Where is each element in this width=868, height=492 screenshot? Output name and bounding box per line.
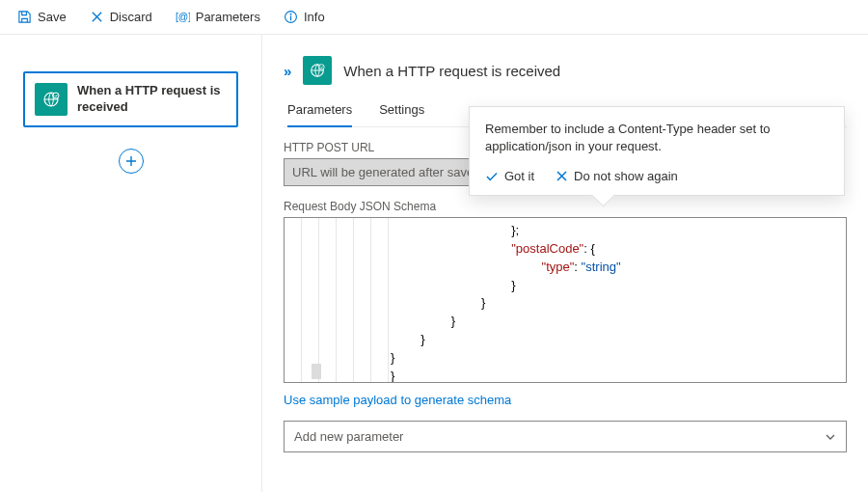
- parameters-icon: [@]: [176, 10, 190, 24]
- got-it-button[interactable]: Got it: [485, 169, 534, 183]
- trigger-card[interactable]: When a HTTP request is received: [23, 71, 238, 127]
- svg-point-7: [319, 65, 324, 69]
- tab-parameters[interactable]: Parameters: [287, 95, 352, 126]
- do-not-show-button[interactable]: Do not show again: [556, 169, 678, 183]
- trigger-card-title: When a HTTP request is received: [77, 83, 227, 116]
- svg-point-5: [53, 93, 59, 98]
- http-request-icon: [303, 56, 332, 85]
- plus-icon: [124, 154, 138, 168]
- check-icon: [485, 170, 499, 183]
- http-request-icon: [35, 83, 68, 116]
- discard-label: Discard: [110, 10, 152, 24]
- tab-settings[interactable]: Settings: [379, 95, 424, 126]
- svg-text:[@]: [@]: [176, 12, 190, 22]
- add-parameter-dropdown[interactable]: Add new parameter: [284, 421, 847, 452]
- save-icon: [17, 10, 32, 24]
- collapse-button[interactable]: »: [284, 63, 291, 79]
- info-callout: Remember to include a Content-Type heade…: [469, 106, 845, 196]
- use-sample-payload-link[interactable]: Use sample payload to generate schema: [284, 393, 511, 407]
- schema-field-label: Request Body JSON Schema: [284, 200, 847, 213]
- info-button[interactable]: Info: [274, 6, 335, 28]
- got-it-label: Got it: [504, 169, 534, 183]
- close-icon: [556, 170, 568, 182]
- editor-gutter: [285, 218, 391, 382]
- details-panel: » When a HTTP request is received Parame…: [262, 35, 868, 492]
- top-toolbar: Save Discard [@] Parameters Info: [0, 0, 868, 35]
- callout-message: Remember to include a Content-Type heade…: [485, 121, 828, 155]
- close-icon: [90, 10, 104, 24]
- do-not-show-label: Do not show again: [574, 169, 678, 183]
- svg-point-2: [289, 14, 291, 15]
- chevron-down-icon: [825, 431, 836, 443]
- designer-canvas: When a HTTP request is received: [0, 35, 262, 492]
- parameters-button[interactable]: [@] Parameters: [166, 6, 270, 28]
- save-button[interactable]: Save: [8, 6, 76, 28]
- svg-rect-3: [290, 16, 291, 21]
- info-icon: [284, 10, 298, 24]
- parameters-label: Parameters: [196, 10, 260, 24]
- save-label: Save: [38, 10, 67, 24]
- info-label: Info: [304, 10, 325, 24]
- cursor-highlight: [312, 364, 321, 379]
- schema-editor[interactable]: }; "postalCode": { "type": "string" } } …: [284, 217, 847, 383]
- add-step-button[interactable]: [119, 149, 144, 174]
- add-parameter-label: Add new parameter: [294, 429, 403, 444]
- panel-title: When a HTTP request is received: [343, 63, 560, 79]
- discard-button[interactable]: Discard: [80, 6, 162, 28]
